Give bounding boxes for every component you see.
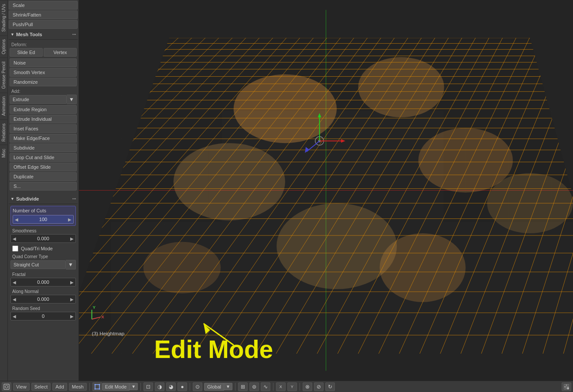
random-seed-slider[interactable]: ◀ 0 ▶: [10, 312, 76, 320]
subdivide-label: Subdivide: [16, 196, 39, 201]
mirror-y-btn[interactable]: Y: [287, 382, 297, 391]
settings-icon: [564, 384, 569, 389]
bottom-bar: View Select Add Mesh Edit Mode ▼ ⊡ ◑ ◕ ●…: [0, 381, 573, 392]
add-menu[interactable]: Add: [52, 383, 67, 391]
duplicate-button[interactable]: Duplicate: [10, 172, 77, 181]
pivot-btn[interactable]: ⊙: [193, 382, 202, 391]
subdivide-panel: ▼ Subdivide ··· Number of Cuts ◀ 100 ▶: [9, 194, 78, 324]
extrude-region-button[interactable]: Extrude Region: [10, 105, 77, 114]
make-edge-face-button[interactable]: Make Edge/Face: [10, 134, 77, 143]
mesh-menu[interactable]: Mesh: [69, 383, 87, 391]
svg-text:Edit Mode: Edit Mode: [154, 335, 273, 363]
svg-text:Y: Y: [93, 305, 96, 310]
quad-corner-select[interactable]: Straight Cut Fan Innervert Path: [10, 260, 66, 269]
vertex-button[interactable]: Vertex: [44, 48, 77, 57]
sidebar-tab-relations[interactable]: Relations: [0, 119, 7, 145]
svg-text:X: X: [101, 314, 104, 319]
inset-faces-button[interactable]: Inset Faces: [10, 124, 77, 133]
partial-button[interactable]: S...: [10, 182, 77, 191]
loop-cut-slide-button[interactable]: Loop Cut and Slide: [10, 153, 77, 162]
svg-point-122: [95, 388, 96, 389]
quad-corner-select-row: Straight Cut Fan Innervert Path ▼: [10, 260, 76, 269]
viewport-icon-btn[interactable]: [2, 382, 11, 391]
slide-edge-button[interactable]: Slide Ed: [10, 48, 43, 57]
select-menu[interactable]: Select: [31, 383, 51, 391]
along-normal-row: Along Normal ◀ 0.000 ▶: [10, 288, 76, 303]
smooth-arrow-right: ▶: [70, 236, 74, 241]
global-select-arrow[interactable]: ▼: [224, 383, 232, 390]
sidebar-tab-misc[interactable]: Misc: [0, 145, 7, 161]
subdivide-dots: ···: [72, 195, 76, 202]
smoothness-slider[interactable]: ◀ 0.000 ▶: [10, 234, 76, 243]
quad-tri-checkbox[interactable]: [12, 245, 18, 252]
viewport[interactable]: X Y (3) Heightmap Edit Mode: [79, 0, 573, 381]
sidebar-tab-shading[interactable]: Shading / UVs: [0, 0, 7, 35]
shrink-fatten-button[interactable]: Shrink/Fatten: [9, 10, 78, 19]
viewport-grid-svg: X Y (3) Heightmap Edit Mode: [79, 0, 573, 381]
smooth-vertex-button[interactable]: Smooth Vertex: [10, 68, 77, 77]
randomize-button[interactable]: Randomize: [10, 78, 77, 86]
fractal-slider[interactable]: ◀ 0.000 ▶: [10, 278, 76, 286]
mesh-tools-content: Deform: Slide Ed Vertex Noise Smooth Ver…: [9, 40, 78, 192]
number-of-cuts-section: Number of Cuts ◀ 100 ▶: [10, 206, 76, 226]
global-select-wrapper: Global ▼: [204, 383, 232, 391]
random-seed-value: 0: [11, 314, 75, 319]
number-of-cuts-slider[interactable]: ◀ 100 ▶: [13, 215, 74, 224]
number-of-cuts-value: 100: [13, 217, 73, 222]
push-pull-button[interactable]: Push/Pull: [9, 20, 78, 29]
view-menu[interactable]: View: [13, 383, 30, 391]
svg-point-120: [95, 384, 96, 385]
separator-3: [190, 383, 190, 391]
proportional-type-btn[interactable]: ∿: [261, 382, 270, 391]
fractal-label: Fractal: [10, 271, 76, 278]
extrude-select[interactable]: Extrude: [10, 95, 67, 104]
recalc-btn[interactable]: ↻: [325, 382, 335, 391]
texture-btn[interactable]: ◕: [166, 382, 176, 391]
sidebar-tab-animation[interactable]: Animation: [0, 92, 7, 119]
sculpt-overlay-btn[interactable]: ⊗: [303, 382, 312, 391]
svg-rect-117: [4, 384, 9, 389]
solid-btn[interactable]: ◑: [155, 382, 164, 391]
offset-edge-slide-button[interactable]: Offset Edge Slide: [10, 163, 77, 171]
wireframe-btn[interactable]: ⊡: [143, 382, 153, 391]
mirror-x-btn[interactable]: X: [276, 382, 286, 391]
subdivide-button[interactable]: Subdivide: [10, 143, 77, 152]
sidebar-tab-options[interactable]: Options: [0, 35, 7, 58]
svg-point-121: [99, 384, 100, 385]
seed-arrow-right: ▶: [70, 314, 74, 319]
mesh-tools-dots: ···: [72, 31, 76, 38]
add-label: Add:: [10, 87, 77, 95]
extrude-select-arrow[interactable]: ▼: [67, 95, 77, 104]
snap-btn[interactable]: ⊞: [238, 382, 248, 391]
xray-btn[interactable]: ⊘: [314, 382, 324, 391]
svg-point-118: [5, 385, 8, 388]
noise-button[interactable]: Noise: [10, 58, 77, 67]
smoothness-value: 0.000: [11, 236, 75, 241]
global-select[interactable]: Global: [204, 383, 224, 391]
tool-panel: Scale Shrink/Fatten Push/Pull ▼ Mesh Too…: [8, 0, 78, 381]
scale-button[interactable]: Scale: [9, 1, 78, 10]
mesh-tools-header[interactable]: ▼ Mesh Tools ···: [9, 30, 78, 40]
rendered-btn[interactable]: ●: [177, 382, 187, 391]
fractal-value: 0.000: [11, 280, 75, 285]
along-normal-slider[interactable]: ◀ 0.000 ▶: [10, 295, 76, 303]
svg-rect-125: [567, 384, 569, 386]
svg-rect-126: [564, 387, 566, 389]
mode-select-arrow[interactable]: ▼: [130, 383, 138, 390]
mode-select[interactable]: Edit Mode: [102, 383, 130, 391]
deform-btn-row1: Slide Ed Vertex: [10, 48, 77, 58]
separator-6: [300, 383, 300, 391]
separator-1: [89, 383, 90, 391]
left-sidebar: Scale Shrink/Fatten Push/Pull ▼ Mesh Too…: [8, 0, 79, 381]
svg-point-123: [99, 388, 100, 389]
editor-settings-btn[interactable]: [562, 382, 571, 391]
svg-point-27: [276, 203, 397, 289]
extrude-individual-button[interactable]: Extrude Individual: [10, 115, 77, 123]
proportional-btn[interactable]: ⊜: [249, 382, 259, 391]
sidebar-tab-grease-pencil[interactable]: Grease Pencil: [0, 58, 7, 92]
quad-corner-select-arrow[interactable]: ▼: [66, 260, 76, 269]
side-tabs: Shading / UVs Options Grease Pencil Anim…: [0, 0, 8, 381]
subdivide-header[interactable]: ▼ Subdivide ···: [9, 194, 78, 204]
mode-icon-btn[interactable]: [92, 382, 102, 391]
separator-4: [235, 383, 235, 391]
